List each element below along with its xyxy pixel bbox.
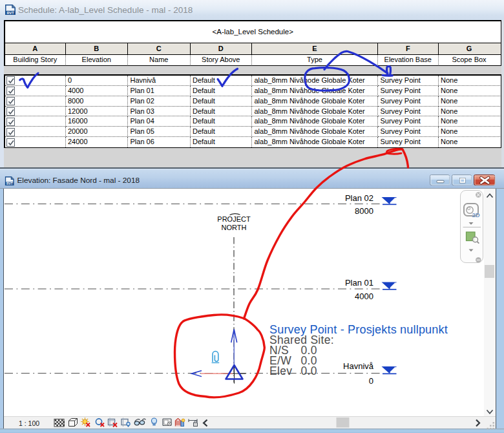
svg-text:RVT: RVT bbox=[7, 10, 15, 14]
svg-text:RVT: RVT bbox=[6, 182, 13, 185]
